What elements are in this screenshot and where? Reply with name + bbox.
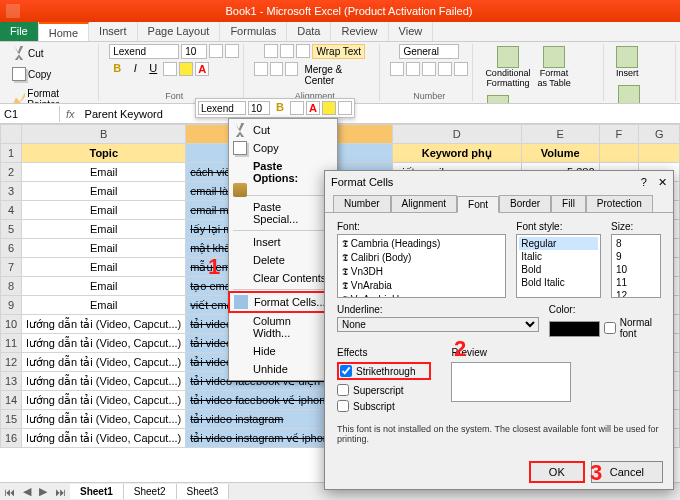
tab-insert[interactable]: Insert xyxy=(89,22,138,41)
ctx-copy[interactable]: Copy xyxy=(229,139,337,157)
tab-file[interactable]: File xyxy=(0,22,39,41)
sheet-nav-prev[interactable]: ◀ xyxy=(19,483,35,500)
align-right-icon[interactable] xyxy=(285,62,298,76)
name-box[interactable]: C1 xyxy=(0,106,60,122)
tab-page-layout[interactable]: Page Layout xyxy=(138,22,221,41)
font-style-listbox[interactable]: RegularItalicBoldBold Italic xyxy=(516,234,601,298)
ctx-clear-contents[interactable]: Clear Contents xyxy=(229,269,337,287)
dtab-alignment[interactable]: Alignment xyxy=(391,195,457,212)
dialog-close-button[interactable]: ✕ xyxy=(658,176,667,188)
sheet-tab-3[interactable]: Sheet3 xyxy=(177,484,230,499)
strikethrough-checkbox[interactable]: Strikethrough xyxy=(337,362,431,380)
mini-align-icon[interactable] xyxy=(290,101,304,115)
sheet-tab-2[interactable]: Sheet2 xyxy=(124,484,177,499)
color-picker[interactable] xyxy=(549,321,600,337)
cut-button[interactable]: Cut xyxy=(8,44,48,62)
shrink-font-icon[interactable] xyxy=(225,44,239,58)
cell-styles-button[interactable]: Cell Styles xyxy=(483,93,512,104)
ok-button[interactable]: OK xyxy=(529,461,585,483)
dialog-help-button[interactable]: ? xyxy=(641,176,647,188)
cell-topic[interactable]: lướng dẫn tải (Video, Capcut...) xyxy=(22,353,186,372)
font-size-select[interactable] xyxy=(181,44,207,59)
sheet-nav-first[interactable]: ⏮ xyxy=(0,484,19,500)
sheet-nav-next[interactable]: ▶ xyxy=(35,483,51,500)
mini-border-icon[interactable] xyxy=(338,101,352,115)
mini-fill-color[interactable] xyxy=(322,101,336,115)
percent-icon[interactable] xyxy=(406,62,420,76)
cell-topic[interactable]: lướng dẫn tải (Video, Capcut...) xyxy=(22,429,186,448)
copy-button[interactable]: Copy xyxy=(8,65,55,83)
mini-font-color[interactable]: A xyxy=(306,101,320,115)
cell-topic[interactable]: Email xyxy=(22,220,186,239)
ctx-unhide[interactable]: Unhide xyxy=(229,360,337,378)
dtab-number[interactable]: Number xyxy=(333,195,391,212)
align-top-icon[interactable] xyxy=(264,44,278,58)
currency-icon[interactable] xyxy=(390,62,404,76)
ctx-paste-special[interactable]: Paste Special... xyxy=(229,198,337,228)
normal-font-checkbox[interactable]: Normal font xyxy=(604,317,661,339)
border-button[interactable] xyxy=(163,62,177,76)
cell-topic[interactable]: Email xyxy=(22,163,186,182)
ctx-cut[interactable]: Cut xyxy=(229,121,337,139)
ctx-column-width[interactable]: Column Width... xyxy=(229,312,337,342)
fx-icon[interactable]: fx xyxy=(60,106,81,122)
bold-button[interactable]: B xyxy=(109,62,125,76)
align-mid-icon[interactable] xyxy=(280,44,294,58)
tab-view[interactable]: View xyxy=(389,22,434,41)
ctx-format-cells[interactable]: Format Cells... xyxy=(228,291,338,313)
cell-topic[interactable]: Email xyxy=(22,201,186,220)
align-bot-icon[interactable] xyxy=(296,44,310,58)
cell-topic[interactable]: lướng dẫn tải (Video, Capcut...) xyxy=(22,410,186,429)
wrap-text-button[interactable]: Wrap Text xyxy=(312,44,365,59)
cell-topic[interactable]: Email xyxy=(22,182,186,201)
align-left-icon[interactable] xyxy=(254,62,267,76)
italic-button[interactable]: I xyxy=(127,62,143,76)
format-as-table-button[interactable]: Format as Table xyxy=(535,44,572,90)
superscript-checkbox[interactable]: Superscript xyxy=(337,384,431,396)
underline-button[interactable]: U xyxy=(145,62,161,76)
number-format-select[interactable] xyxy=(399,44,459,59)
dtab-protection[interactable]: Protection xyxy=(586,195,653,212)
mini-bold[interactable]: B xyxy=(272,101,288,115)
dtab-fill[interactable]: Fill xyxy=(551,195,586,212)
mini-font-name[interactable] xyxy=(198,101,246,115)
fill-color-button[interactable] xyxy=(179,62,193,76)
cell-topic[interactable]: Email xyxy=(22,239,186,258)
underline-select[interactable]: None xyxy=(337,317,539,332)
tab-formulas[interactable]: Formulas xyxy=(220,22,287,41)
format-painter-button[interactable]: Format Painter xyxy=(8,86,94,104)
inc-decimal-icon[interactable] xyxy=(438,62,452,76)
tab-data[interactable]: Data xyxy=(287,22,331,41)
mini-font-size[interactable] xyxy=(248,101,270,115)
tab-review[interactable]: Review xyxy=(331,22,388,41)
cell-topic[interactable]: lướng dẫn tải (Video, Capcut...) xyxy=(22,372,186,391)
cell-topic[interactable]: Email xyxy=(22,258,186,277)
ctx-insert[interactable]: Insert xyxy=(229,233,337,251)
cell-topic[interactable]: lướng dẫn tải (Video, Capcut...) xyxy=(22,334,186,353)
ctx-hide[interactable]: Hide xyxy=(229,342,337,360)
tab-home[interactable]: Home xyxy=(39,22,89,41)
dtab-font[interactable]: Font xyxy=(457,196,499,213)
formula-input[interactable]: Parent Keyword xyxy=(81,106,680,122)
font-color-button[interactable]: A xyxy=(195,62,209,76)
font-listbox[interactable]: 𝕿 Cambria (Headings)𝕿 Calibri (Body)𝕿 Vn… xyxy=(337,234,506,298)
ctx-paste-icon[interactable] xyxy=(229,187,337,193)
comma-icon[interactable] xyxy=(422,62,436,76)
delete-cells-button[interactable]: Delete xyxy=(614,83,644,104)
ctx-delete[interactable]: Delete xyxy=(229,251,337,269)
merge-center-button[interactable]: Merge & Center xyxy=(300,62,375,88)
cell-topic[interactable]: Email xyxy=(22,296,186,315)
insert-cells-button[interactable]: Insert xyxy=(614,44,641,80)
sheet-nav-last[interactable]: ⏭ xyxy=(51,484,70,500)
grow-font-icon[interactable] xyxy=(209,44,223,58)
align-center-icon[interactable] xyxy=(270,62,283,76)
cell-topic[interactable]: Email xyxy=(22,277,186,296)
subscript-checkbox[interactable]: Subscript xyxy=(337,400,431,412)
conditional-formatting-button[interactable]: Conditional Formatting xyxy=(483,44,532,90)
size-listbox[interactable]: 8910111214 xyxy=(611,234,661,298)
sheet-tab-1[interactable]: Sheet1 xyxy=(70,484,124,499)
dtab-border[interactable]: Border xyxy=(499,195,551,212)
dec-decimal-icon[interactable] xyxy=(454,62,468,76)
font-name-select[interactable] xyxy=(109,44,179,59)
cell-topic[interactable]: lướng dẫn tải (Video, Capcut...) xyxy=(22,315,186,334)
